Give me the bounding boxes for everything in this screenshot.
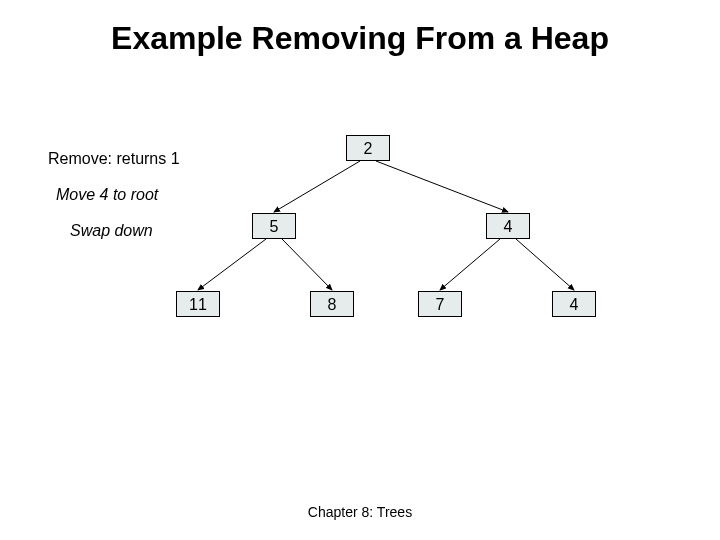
svg-line-3 bbox=[282, 239, 332, 290]
tree-node-ll: 11 bbox=[176, 291, 220, 317]
svg-line-4 bbox=[440, 239, 500, 290]
slide-title: Example Removing From a Heap bbox=[0, 20, 720, 57]
tree-node-rl: 7 bbox=[418, 291, 462, 317]
tree-edges bbox=[0, 0, 720, 540]
caption-remove: Remove: returns 1 bbox=[48, 150, 180, 168]
caption-move: Move 4 to root bbox=[56, 186, 158, 204]
svg-line-5 bbox=[516, 239, 574, 290]
tree-node-rr: 4 bbox=[552, 291, 596, 317]
tree-node-lr: 8 bbox=[310, 291, 354, 317]
slide-footer: Chapter 8: Trees bbox=[0, 504, 720, 520]
svg-line-0 bbox=[274, 161, 360, 212]
tree-node-r: 4 bbox=[486, 213, 530, 239]
svg-line-2 bbox=[198, 239, 266, 290]
svg-line-1 bbox=[376, 161, 508, 212]
caption-swap: Swap down bbox=[70, 222, 153, 240]
tree-node-root: 2 bbox=[346, 135, 390, 161]
tree-node-l: 5 bbox=[252, 213, 296, 239]
